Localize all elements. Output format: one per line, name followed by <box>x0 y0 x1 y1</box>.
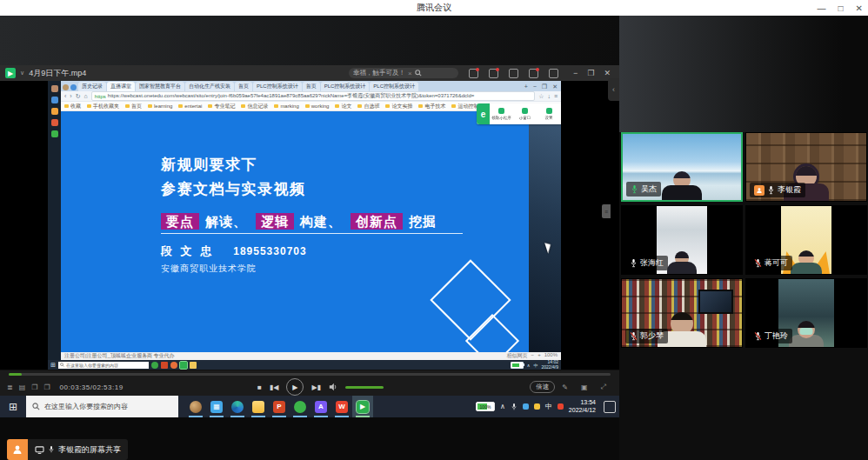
bookmark-item[interactable]: 论文 <box>335 103 351 110</box>
browser-tab[interactable]: PLC控制系统设计 <box>370 82 418 91</box>
favorite-star-icon[interactable]: ☆ <box>538 93 544 100</box>
playlist-icon[interactable]: ≣ <box>7 383 13 391</box>
tray-yellow-icon[interactable] <box>534 403 540 410</box>
participant-tile[interactable]: 李银霞 <box>745 132 867 202</box>
volume-slider[interactable] <box>345 386 384 389</box>
similar-pages-label[interactable]: 相似网页 <box>507 352 528 360</box>
bookmark-item[interactable]: 收藏 <box>64 103 81 110</box>
close-button[interactable]: ✕ <box>856 3 863 13</box>
browser-restore-button[interactable]: ❐ <box>542 83 547 90</box>
start-button[interactable]: ⊞ <box>0 396 26 417</box>
bookmark-item[interactable]: 专业笔记 <box>208 103 235 110</box>
player-logo-icon[interactable]: ▶ <box>5 68 16 78</box>
forward-icon[interactable]: › <box>70 93 71 99</box>
battery-icon[interactable]: 100% <box>476 402 495 411</box>
browser-tab[interactable]: 自动化生产线安装 <box>185 82 234 91</box>
participant-tile[interactable]: 吴杰 <box>621 132 743 202</box>
bookmark-item[interactable]: 电子技术 <box>418 103 445 110</box>
taskbar-search-box[interactable]: 在这里输入你要搜索的内容 <box>26 396 178 417</box>
page-url[interactable]: https://webcast.onetedu.com/webcast/sito… <box>108 92 474 100</box>
browser-tab[interactable]: 国家智慧教育平台 <box>136 82 184 91</box>
taskbar-clock[interactable]: 13:54 2022/4/12 <box>569 399 596 415</box>
screen-share-badge[interactable]: 李银霞的屏幕共享 <box>7 439 128 460</box>
bookmark-item[interactable]: 手机收藏夹 <box>87 103 119 110</box>
zoom-in-icon[interactable]: + <box>537 352 541 360</box>
player-video-area[interactable]: 历史记录直播课堂国家智慧教育平台自动化生产线安装首页PLC控制系统设计首页PLC… <box>0 81 619 370</box>
speed-button[interactable]: 倍速 <box>530 381 555 393</box>
browser-tab[interactable]: 历史记录 <box>78 82 106 91</box>
browser-tab-list[interactable]: 历史记录直播课堂国家智慧教育平台自动化生产线安装首页PLC控制系统设计首页PLC… <box>78 82 521 91</box>
participant-tile[interactable]: 蒋可可 <box>745 205 867 275</box>
browser-tab[interactable]: 首页 <box>235 82 252 91</box>
webpage-floating-widget[interactable]: e 领取小程序 小窗口 设置 <box>477 103 561 124</box>
input-method-indicator[interactable]: 中 <box>545 402 552 411</box>
widget-settings-button[interactable]: 设置 <box>537 103 561 124</box>
zoom-out-icon[interactable]: − <box>531 352 535 360</box>
bookmark-item[interactable]: entertai <box>178 103 202 109</box>
participant-tile[interactable]: 丁艳玲 <box>745 278 867 348</box>
player-search-box[interactable]: 幸福，触手可及！ × <box>349 68 458 78</box>
download-icon[interactable]: ↓ <box>547 93 551 100</box>
powerpoint-icon[interactable]: P <box>269 396 290 417</box>
pencil-icon[interactable]: ✎ <box>562 383 568 391</box>
bookmark-item[interactable]: 自选班 <box>357 103 379 110</box>
video-player-icon[interactable]: ▶ <box>352 396 373 417</box>
bag-icon[interactable] <box>529 69 538 78</box>
edge-browser-icon[interactable] <box>227 396 248 417</box>
player-minimize-button[interactable]: − <box>573 69 578 77</box>
tray-red-badge-icon[interactable] <box>558 403 564 410</box>
status-link-text[interactable]: 注册公司|注册公司_顶呱呱企业服务商 专业代办 <box>64 352 175 360</box>
fullscreen-icon[interactable]: ⤢ <box>601 383 606 391</box>
bookmark-item[interactable]: marking <box>274 103 298 109</box>
browser-sync-icon[interactable] <box>70 84 77 90</box>
phone-icon[interactable] <box>469 69 478 78</box>
browser-tab[interactable]: 首页 <box>303 82 320 91</box>
bookmark-item[interactable]: working <box>305 103 330 109</box>
bookmark-item[interactable]: 运动控制 <box>451 103 478 110</box>
bell-icon[interactable] <box>489 69 498 78</box>
url-box[interactable]: https https://webcast.onetedu.com/webcas… <box>91 91 535 101</box>
headset-icon[interactable] <box>509 69 518 78</box>
minimize-button[interactable]: — <box>818 3 826 13</box>
action-center-icon[interactable] <box>604 401 616 413</box>
sidebar-collapse-handle[interactable]: ‹ <box>608 78 619 101</box>
widget-miniprogram-button[interactable]: 领取小程序 <box>490 103 513 124</box>
gold-circle-app-icon[interactable] <box>185 396 206 417</box>
browser-tab[interactable]: PLC控制系统设计 <box>321 82 370 91</box>
volume-icon[interactable] <box>329 383 337 391</box>
new-tab-button[interactable]: + <box>524 83 528 90</box>
maximize-button[interactable]: □ <box>838 3 844 13</box>
stop-button[interactable]: ■ <box>257 383 262 391</box>
chevron-down-icon[interactable]: ∨ <box>20 70 24 77</box>
reload-icon[interactable]: ↻ <box>76 93 81 100</box>
player-restore-button[interactable]: ❐ <box>587 69 594 77</box>
screenshot-icon[interactable]: ❐ <box>31 383 37 391</box>
subtitle-icon[interactable]: ▤ <box>19 383 26 391</box>
clear-search-icon[interactable]: × <box>408 70 412 77</box>
browser-addressbar[interactable]: ‹ › ↻ ⌂ https https://webcast.onetedu.co… <box>61 91 561 102</box>
browser-close-button[interactable]: ✕ <box>552 83 558 90</box>
player-close-button[interactable]: ✕ <box>604 69 611 77</box>
capture-icon[interactable]: ▣ <box>581 383 588 391</box>
blue-app-icon[interactable]: ▦ <box>206 396 227 417</box>
wps-icon[interactable]: W <box>331 396 352 417</box>
player-titlebar[interactable]: ▶ ∨ 4月9日下午.mp4 幸福，触手可及！ × − ❐ ✕ <box>0 65 619 81</box>
bookmark-item[interactable]: learning <box>148 103 172 109</box>
previous-button[interactable]: ▮◀ <box>270 383 279 391</box>
tray-blue-icon[interactable] <box>523 403 529 410</box>
purple-app-icon[interactable]: A <box>310 396 331 417</box>
bookmark-item[interactable]: 首页 <box>125 103 142 110</box>
browser-minimize-button[interactable]: − <box>533 83 537 90</box>
menu-dots-icon[interactable]: ≡ <box>554 93 558 100</box>
participant-tile[interactable]: 郭少琴 <box>621 278 743 348</box>
mic-icon[interactable] <box>511 403 517 411</box>
search-icon[interactable] <box>415 70 422 77</box>
widget-miniwindow-button[interactable]: 小窗口 <box>513 103 537 124</box>
next-button[interactable]: ▶▮ <box>311 383 321 391</box>
repeat-icon[interactable]: ❐ <box>43 383 50 391</box>
clock-icon[interactable] <box>549 69 558 78</box>
bookmark-item[interactable]: 信息记录 <box>241 103 268 110</box>
play-button[interactable]: ▶ <box>286 378 304 396</box>
tray-arrow-icon[interactable]: ∧ <box>500 403 505 410</box>
home-icon[interactable]: ⌂ <box>84 93 88 99</box>
